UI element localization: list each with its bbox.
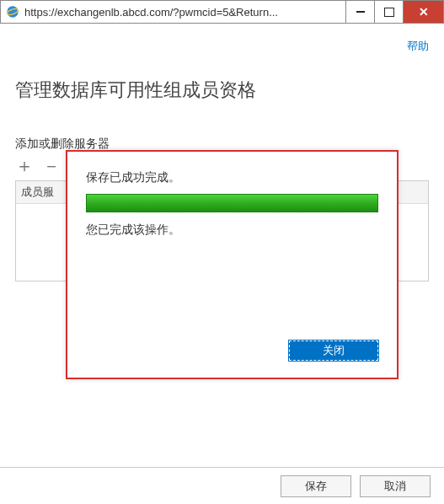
footer-bar: 保存 取消 bbox=[0, 467, 444, 504]
cancel-button[interactable]: 取消 bbox=[360, 475, 431, 497]
page-title: 管理数据库可用性组成员资格 bbox=[15, 78, 429, 103]
ie-icon bbox=[6, 5, 19, 19]
save-button[interactable]: 保存 bbox=[281, 475, 351, 497]
help-link[interactable]: 帮助 bbox=[407, 39, 429, 54]
window-url: https://exchangenlb.abcd.com/?pwmcid=5&R… bbox=[24, 6, 345, 19]
dialog-status-text: 保存已成功完成。 bbox=[86, 170, 378, 185]
window-buttons bbox=[345, 1, 443, 23]
add-server-button[interactable]: ＋ bbox=[15, 157, 34, 175]
window-close-button[interactable] bbox=[403, 1, 443, 23]
save-complete-dialog: 保存已成功完成。 您已完成该操作。 关闭 bbox=[66, 150, 399, 379]
remove-server-button[interactable]: － bbox=[42, 157, 61, 175]
maximize-button[interactable] bbox=[374, 1, 403, 23]
minimize-button[interactable] bbox=[345, 1, 374, 23]
window-titlebar: https://exchangenlb.abcd.com/?pwmcid=5&R… bbox=[0, 0, 444, 24]
progress-bar bbox=[86, 194, 378, 212]
dialog-done-text: 您已完成该操作。 bbox=[86, 223, 378, 238]
dialog-close-button[interactable]: 关闭 bbox=[289, 340, 378, 361]
